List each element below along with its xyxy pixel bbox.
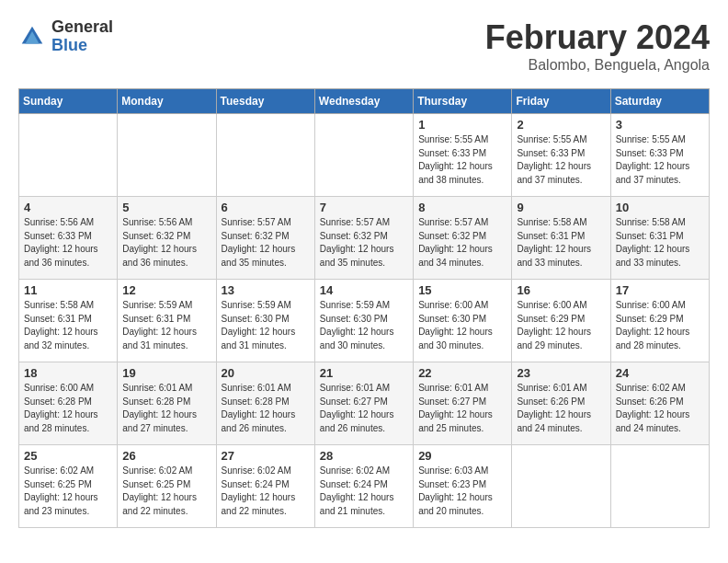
day-cell: 6Sunrise: 5:57 AM Sunset: 6:32 PM Daylig…: [216, 197, 314, 280]
day-cell: 1Sunrise: 5:55 AM Sunset: 6:33 PM Daylig…: [414, 114, 512, 197]
day-cell: 18Sunrise: 6:00 AM Sunset: 6:28 PM Dayli…: [19, 362, 118, 445]
day-number: 3: [616, 118, 704, 132]
day-number: 13: [222, 283, 310, 297]
header-cell-friday: Friday: [512, 89, 610, 114]
day-number: 26: [122, 449, 210, 463]
week-row-2: 11Sunrise: 5:58 AM Sunset: 6:31 PM Dayli…: [19, 280, 710, 362]
day-info: Sunrise: 6:02 AM Sunset: 6:26 PM Dayligh…: [616, 382, 704, 435]
day-info: Sunrise: 5:55 AM Sunset: 6:33 PM Dayligh…: [616, 133, 704, 187]
day-number: 7: [320, 201, 408, 214]
week-row-3: 18Sunrise: 6:00 AM Sunset: 6:28 PM Dayli…: [19, 362, 710, 445]
calendar-table: SundayMondayTuesdayWednesdayThursdayFrid…: [18, 88, 710, 528]
day-number: 9: [517, 201, 605, 214]
day-cell: [610, 445, 709, 528]
day-number: 12: [122, 283, 210, 297]
day-cell: 4Sunrise: 5:56 AM Sunset: 6:33 PM Daylig…: [19, 197, 118, 280]
day-info: Sunrise: 6:02 AM Sunset: 6:25 PM Dayligh…: [122, 465, 210, 518]
day-cell: 25Sunrise: 6:02 AM Sunset: 6:25 PM Dayli…: [19, 445, 118, 528]
day-cell: 10Sunrise: 5:58 AM Sunset: 6:31 PM Dayli…: [610, 197, 709, 280]
day-info: Sunrise: 6:00 AM Sunset: 6:28 PM Dayligh…: [24, 382, 112, 435]
day-number: 22: [418, 366, 506, 380]
day-number: 1: [418, 118, 506, 132]
day-number: 17: [616, 283, 704, 297]
day-number: 19: [122, 366, 210, 380]
day-cell: 17Sunrise: 6:00 AM Sunset: 6:29 PM Dayli…: [610, 280, 709, 362]
day-number: 28: [320, 449, 408, 463]
day-info: Sunrise: 5:58 AM Sunset: 6:31 PM Dayligh…: [616, 216, 704, 270]
header-row: SundayMondayTuesdayWednesdayThursdayFrid…: [19, 89, 710, 114]
week-row-4: 25Sunrise: 6:02 AM Sunset: 6:25 PM Dayli…: [19, 445, 710, 528]
day-info: Sunrise: 6:00 AM Sunset: 6:29 PM Dayligh…: [616, 299, 704, 352]
logo-text: General Blue: [51, 18, 113, 55]
header-cell-saturday: Saturday: [610, 89, 709, 114]
day-number: 14: [320, 283, 408, 297]
logo-icon: [18, 23, 46, 51]
day-cell: 11Sunrise: 5:58 AM Sunset: 6:31 PM Dayli…: [19, 280, 118, 362]
day-cell: 15Sunrise: 6:00 AM Sunset: 6:30 PM Dayli…: [414, 280, 512, 362]
day-number: 18: [24, 366, 112, 380]
day-cell: 2Sunrise: 5:55 AM Sunset: 6:33 PM Daylig…: [512, 114, 610, 197]
header-cell-sunday: Sunday: [19, 89, 118, 114]
day-cell: [512, 445, 610, 528]
day-number: 23: [517, 366, 605, 380]
header-cell-wednesday: Wednesday: [314, 89, 413, 114]
day-cell: 16Sunrise: 6:00 AM Sunset: 6:29 PM Dayli…: [512, 280, 610, 362]
day-cell: 8Sunrise: 5:57 AM Sunset: 6:32 PM Daylig…: [414, 197, 512, 280]
day-cell: 28Sunrise: 6:02 AM Sunset: 6:24 PM Dayli…: [314, 445, 413, 528]
day-number: 20: [222, 366, 310, 380]
day-cell: [19, 114, 118, 197]
day-number: 2: [517, 118, 605, 132]
logo-blue: Blue: [51, 37, 113, 55]
day-number: 25: [24, 449, 112, 463]
day-cell: 20Sunrise: 6:01 AM Sunset: 6:28 PM Dayli…: [216, 362, 314, 445]
day-info: Sunrise: 5:57 AM Sunset: 6:32 PM Dayligh…: [418, 216, 506, 270]
day-info: Sunrise: 5:59 AM Sunset: 6:30 PM Dayligh…: [222, 299, 310, 352]
day-info: Sunrise: 5:55 AM Sunset: 6:33 PM Dayligh…: [517, 133, 605, 187]
header-cell-thursday: Thursday: [414, 89, 512, 114]
day-number: 11: [24, 283, 112, 297]
day-info: Sunrise: 5:59 AM Sunset: 6:30 PM Dayligh…: [320, 299, 408, 352]
day-cell: 19Sunrise: 6:01 AM Sunset: 6:28 PM Dayli…: [118, 362, 216, 445]
day-cell: 24Sunrise: 6:02 AM Sunset: 6:26 PM Dayli…: [610, 362, 709, 445]
day-cell: 13Sunrise: 5:59 AM Sunset: 6:30 PM Dayli…: [216, 280, 314, 362]
day-number: 21: [320, 366, 408, 380]
day-cell: 5Sunrise: 5:56 AM Sunset: 6:32 PM Daylig…: [118, 197, 216, 280]
day-info: Sunrise: 6:02 AM Sunset: 6:24 PM Dayligh…: [222, 465, 310, 518]
title-area: February 2024 Balombo, Benguela, Angola: [485, 18, 710, 74]
day-info: Sunrise: 6:01 AM Sunset: 6:28 PM Dayligh…: [222, 382, 310, 435]
day-info: Sunrise: 5:56 AM Sunset: 6:33 PM Dayligh…: [24, 216, 112, 270]
day-cell: [216, 114, 314, 197]
week-row-0: 1Sunrise: 5:55 AM Sunset: 6:33 PM Daylig…: [19, 114, 710, 197]
day-number: 6: [222, 201, 310, 214]
day-info: Sunrise: 6:02 AM Sunset: 6:24 PM Dayligh…: [320, 465, 408, 518]
day-number: 15: [418, 283, 506, 297]
logo: General Blue: [18, 18, 113, 55]
day-cell: 14Sunrise: 5:59 AM Sunset: 6:30 PM Dayli…: [314, 280, 413, 362]
day-cell: 29Sunrise: 6:03 AM Sunset: 6:23 PM Dayli…: [414, 445, 512, 528]
day-info: Sunrise: 5:57 AM Sunset: 6:32 PM Dayligh…: [320, 216, 408, 270]
day-info: Sunrise: 5:56 AM Sunset: 6:32 PM Dayligh…: [122, 216, 210, 270]
day-cell: 9Sunrise: 5:58 AM Sunset: 6:31 PM Daylig…: [512, 197, 610, 280]
day-number: 4: [24, 201, 112, 214]
day-info: Sunrise: 6:01 AM Sunset: 6:26 PM Dayligh…: [517, 382, 605, 435]
week-row-1: 4Sunrise: 5:56 AM Sunset: 6:33 PM Daylig…: [19, 197, 710, 280]
day-number: 27: [222, 449, 310, 463]
day-cell: 27Sunrise: 6:02 AM Sunset: 6:24 PM Dayli…: [216, 445, 314, 528]
day-number: 10: [616, 201, 704, 214]
day-cell: 12Sunrise: 5:59 AM Sunset: 6:31 PM Dayli…: [118, 280, 216, 362]
day-info: Sunrise: 5:58 AM Sunset: 6:31 PM Dayligh…: [517, 216, 605, 270]
day-number: 16: [517, 283, 605, 297]
day-info: Sunrise: 5:57 AM Sunset: 6:32 PM Dayligh…: [222, 216, 310, 270]
day-info: Sunrise: 6:03 AM Sunset: 6:23 PM Dayligh…: [418, 465, 506, 518]
day-info: Sunrise: 5:59 AM Sunset: 6:31 PM Dayligh…: [122, 299, 210, 352]
day-number: 5: [122, 201, 210, 214]
day-info: Sunrise: 5:55 AM Sunset: 6:33 PM Dayligh…: [418, 133, 506, 187]
month-year: February 2024: [485, 18, 710, 57]
day-info: Sunrise: 6:02 AM Sunset: 6:25 PM Dayligh…: [24, 465, 112, 518]
day-number: 29: [418, 449, 506, 463]
day-info: Sunrise: 6:00 AM Sunset: 6:29 PM Dayligh…: [517, 299, 605, 352]
day-cell: 26Sunrise: 6:02 AM Sunset: 6:25 PM Dayli…: [118, 445, 216, 528]
day-info: Sunrise: 5:58 AM Sunset: 6:31 PM Dayligh…: [24, 299, 112, 352]
day-cell: 23Sunrise: 6:01 AM Sunset: 6:26 PM Dayli…: [512, 362, 610, 445]
day-cell: [118, 114, 216, 197]
